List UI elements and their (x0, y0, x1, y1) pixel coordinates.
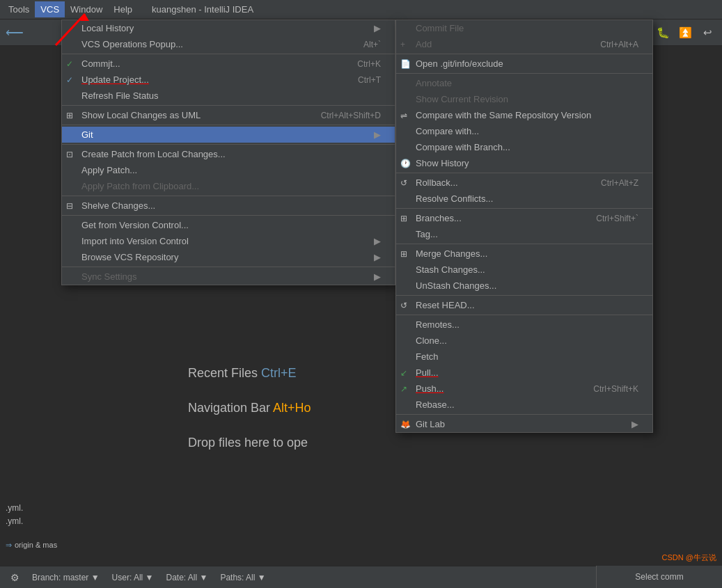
submenu-pull[interactable]: ↙ Pull... (396, 365, 652, 381)
separator-5 (62, 196, 395, 196)
menu-item-browse-vcs[interactable]: Browse VCS Repository ▶ (62, 249, 395, 265)
vcs-dropdown-menu: Local History ▶ VCS Operations Popup... … (61, 19, 395, 285)
commit-shortcut: Ctrl+K (357, 59, 381, 69)
git-submenu: Commit File + Add Ctrl+Alt+A 📄 Open .git… (395, 19, 653, 433)
submenu-remotes[interactable]: Remotes... (396, 317, 652, 333)
drop-hint-text: Drop files here to ope (188, 436, 308, 450)
coverage-button[interactable]: ⏫ (676, 24, 694, 42)
add-icon: + (400, 40, 405, 49)
submenu-compare-repo[interactable]: ⇌ Compare with the Same Repository Versi… (396, 107, 652, 123)
separator-3 (62, 125, 395, 125)
rollback-shortcut: Ctrl+Alt+Z (601, 178, 638, 188)
menu-item-local-history[interactable]: Local History ▶ (62, 20, 395, 36)
date-item[interactable]: Date: All ▼ (162, 571, 212, 584)
menu-item-get-vcs[interactable]: Get from Version Control... (62, 217, 395, 233)
paths-item[interactable]: Paths: All ▼ (216, 571, 269, 584)
shelve-icon: ⊟ (66, 201, 73, 211)
menu-item-create-patch[interactable]: ⊡ Create Patch from Local Changes... (62, 146, 395, 162)
select-comm-text: Select comm (635, 572, 683, 582)
menu-item-git[interactable]: Git ▶ (62, 127, 395, 143)
stash-changes-label: Stash Changes... (416, 264, 485, 275)
submenu-clone[interactable]: Clone... (396, 333, 652, 349)
create-patch-label: Create Patch from Local Changes... (81, 149, 226, 159)
submenu-push[interactable]: ↗ Push... Ctrl+Shift+K (396, 381, 652, 397)
menu-item-shelve-changes[interactable]: ⊟ Shelve Changes... (62, 198, 395, 214)
add-label: Add (416, 39, 432, 49)
menu-item-update-project[interactable]: ✓ Update Project... Ctrl+T (62, 72, 395, 88)
gitlab-icon: 🦊 (400, 420, 411, 429)
menu-tools[interactable]: Tools (3, 1, 35, 17)
submenu-branches[interactable]: ⊞ Branches... Ctrl+Shift+` (396, 210, 652, 226)
add-shortcut: Ctrl+Alt+A (600, 40, 638, 49)
csdn-text: CSDN @牛云说 (662, 553, 716, 562)
update-check-icon: ✓ (66, 75, 73, 85)
debug-button[interactable]: 🐛 (654, 24, 672, 42)
push-shortcut: Ctrl+Shift+K (593, 384, 638, 394)
apply-patch-label: Apply Patch... (81, 165, 137, 175)
gitinfo-icon: 📄 (400, 59, 411, 69)
submenu-merge-changes[interactable]: ⊞ Merge Changes... (396, 246, 652, 262)
submenu-tag[interactable]: Tag... (396, 226, 652, 242)
submenu-gitlab[interactable]: 🦊 Git Lab ▶ (396, 416, 652, 432)
clone-label: Clone... (416, 335, 447, 346)
menu-item-commit[interactable]: ✓ Commjt... Ctrl+K (62, 56, 395, 72)
rebase-label: Rebase... (416, 399, 455, 410)
annotate-label: Annotate (416, 78, 452, 88)
menu-item-show-uml[interactable]: ⊞ Show Local Changes as UML Ctrl+Alt+Shi… (62, 107, 395, 123)
reset-head-label: Reset HEAD... (416, 300, 475, 310)
select-comm-panel: Select comm (596, 566, 722, 588)
git-label: Git (81, 129, 93, 140)
sync-arrow-icon: ▶ (374, 271, 381, 282)
menu-item-import-vcs[interactable]: Import into Version Control ▶ (62, 233, 395, 249)
submenu-compare-branch[interactable]: Compare with Branch... (396, 139, 652, 155)
browse-vcs-label: Browse VCS Repository (81, 252, 178, 262)
submenu-compare-with[interactable]: Compare with... (396, 123, 652, 139)
branch-item[interactable]: Branch: master ▼ (28, 571, 104, 584)
git-sep-8 (396, 414, 652, 415)
branches-label: Branches... (416, 213, 462, 223)
recent-shortcut: Ctrl+E (261, 366, 297, 380)
origin-bar: ⇒ origin & mas (0, 538, 596, 552)
menu-vcs[interactable]: VCS (35, 1, 65, 17)
settings-icon[interactable]: ⚙ (6, 569, 24, 587)
submenu-open-gitinfo[interactable]: 📄 Open .git/info/exclude (396, 56, 652, 72)
menubar: Tools VCS Window Help kuangshen - Intell… (0, 0, 722, 19)
submenu-resolve-conflicts[interactable]: Resolve Conflicts... (396, 191, 652, 207)
update-project-label: Update Project... (81, 74, 149, 85)
submenu-show-history[interactable]: 🕐 Show History (396, 155, 652, 171)
branches-icon: ⊞ (400, 214, 407, 223)
rollback-toolbar-button[interactable]: ↩ (698, 24, 716, 42)
submenu-unstash-changes[interactable]: UnStash Changes... (396, 278, 652, 294)
menu-window[interactable]: Window (65, 1, 108, 17)
open-gitinfo-label: Open .git/info/exclude (416, 58, 503, 69)
git-sep-4 (396, 208, 652, 209)
user-item[interactable]: User: All ▼ (108, 571, 158, 584)
git-sep-1 (396, 54, 652, 54)
separator-2 (62, 105, 395, 106)
commit-file-label: Commit File (416, 23, 464, 33)
browse-vcs-arrow-icon: ▶ (374, 252, 381, 262)
submenu-reset-head[interactable]: ↺ Reset HEAD... (396, 297, 652, 313)
submenu-fetch[interactable]: Fetch (396, 349, 652, 365)
menu-item-apply-patch[interactable]: Apply Patch... (62, 162, 395, 178)
submenu-rollback[interactable]: ↺ Rollback... Ctrl+Alt+Z (396, 175, 652, 191)
show-revision-label: Show Current Revision (416, 94, 508, 104)
git-sep-6 (396, 295, 652, 296)
git-sep-5 (396, 244, 652, 244)
log-line-1: .yml. (6, 502, 412, 515)
recent-files-text: Recent Files Ctrl+E (188, 366, 297, 381)
show-history-label: Show History (416, 158, 469, 168)
menu-help[interactable]: Help (108, 1, 138, 17)
branch-label: Branch: master (32, 573, 88, 582)
submenu-arrow-icon: ▶ (374, 23, 381, 33)
menu-item-vcs-operations[interactable]: VCS Operations Popup... Alt+` (62, 36, 395, 52)
menu-item-refresh[interactable]: Refresh File Status (62, 88, 395, 104)
submenu-stash-changes[interactable]: Stash Changes... (396, 262, 652, 278)
git-sep-2 (396, 73, 652, 74)
log-area: .yml. .yml. (0, 499, 418, 531)
separator-7 (62, 267, 395, 267)
submenu-rebase[interactable]: Rebase... (396, 397, 652, 413)
vcs-operations-shortcut: Alt+` (363, 40, 381, 49)
date-label: Date: All (166, 573, 198, 582)
import-vcs-arrow-icon: ▶ (374, 236, 381, 246)
